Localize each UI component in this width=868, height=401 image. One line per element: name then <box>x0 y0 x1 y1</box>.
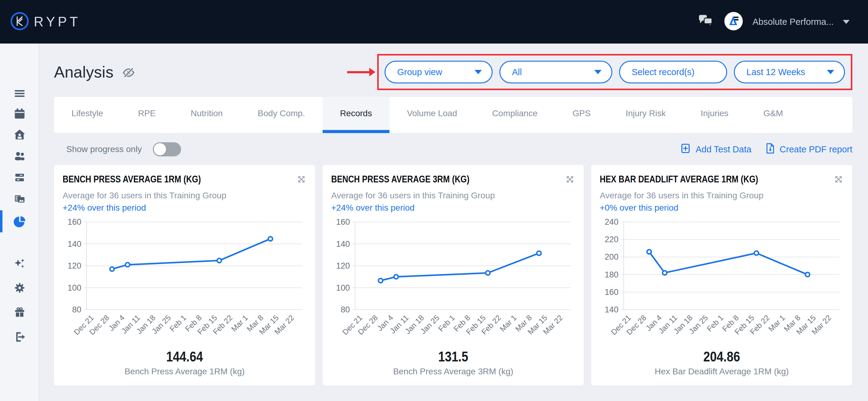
tab-nutrition[interactable]: Nutrition <box>173 97 240 133</box>
line-chart: 16014012010080Dec 21Dec 28Jan 4Jan 11Jan… <box>63 217 307 347</box>
chart-card-subtitle: Average for 36 users in this Training Gr… <box>331 191 575 201</box>
sidebar-item-calendar[interactable] <box>0 107 39 122</box>
tab-body-comp-[interactable]: Body Comp. <box>240 97 322 133</box>
sidebar-item-rewards[interactable] <box>0 306 39 320</box>
chart-card-subtitle: Average for 36 users in this Training Gr… <box>63 191 307 201</box>
sidebar-item-logout[interactable] <box>0 331 39 344</box>
period-select-value: Last 12 Weeks <box>746 67 805 77</box>
avatar[interactable] <box>724 11 743 32</box>
svg-text:120: 120 <box>67 261 81 270</box>
sidebar-item-media[interactable] <box>0 193 39 207</box>
add-test-data-button[interactable]: Add Test Data <box>680 143 751 156</box>
show-progress-toggle[interactable] <box>153 142 181 156</box>
tab-volume-load[interactable]: Volume Load <box>390 97 474 133</box>
users-icon <box>13 149 26 164</box>
chat-icon[interactable] <box>698 13 715 31</box>
chart-card: BENCH PRESS AVERAGE 3RM (KG) Average for… <box>322 165 584 386</box>
chart-card: BENCH PRESS AVERAGE 1RM (KG) Average for… <box>54 165 315 386</box>
line-chart-svg: 16014012010080Dec 21Dec 28Jan 4Jan 11Jan… <box>63 217 307 346</box>
chevron-down-icon <box>827 70 834 74</box>
svg-text:100: 100 <box>336 283 350 293</box>
tab-lifestyle[interactable]: Lifestyle <box>54 97 121 133</box>
svg-text:80: 80 <box>72 305 81 314</box>
svg-text:Feb 1: Feb 1 <box>705 313 725 333</box>
tab-bar: LifestyleRPENutritionBody Comp.RecordsVo… <box>54 97 852 133</box>
brand-logo[interactable]: RYPT <box>10 11 81 32</box>
svg-text:120: 120 <box>336 261 350 270</box>
chart-latest-label: Bench Press Average 1RM (kg) <box>63 367 307 376</box>
view-select-value: Group view <box>397 67 442 77</box>
sidebar-item-programs[interactable] <box>0 171 39 185</box>
create-pdf-report-button[interactable]: Create PDF report <box>765 143 852 156</box>
menu-icon <box>13 87 26 101</box>
chart-card-title: BENCH PRESS AVERAGE 3RM (KG) <box>331 173 470 185</box>
list-icon <box>13 171 26 185</box>
line-chart-svg: 16014012010080Dec 21Dec 28Jan 4Jan 11Jan… <box>331 217 575 346</box>
logout-icon <box>13 331 26 344</box>
line-chart: 16014012010080Dec 21Dec 28Jan 4Jan 11Jan… <box>331 217 575 347</box>
period-select[interactable]: Last 12 Weeks <box>734 61 845 83</box>
svg-text:80: 80 <box>341 305 350 314</box>
svg-text:160: 160 <box>604 288 618 297</box>
group-select[interactable]: All <box>499 61 612 83</box>
svg-text:200: 200 <box>604 252 618 262</box>
svg-text:Feb 1: Feb 1 <box>436 313 456 333</box>
svg-text:160: 160 <box>336 218 350 227</box>
chart-cards-row: BENCH PRESS AVERAGE 1RM (KG) Average for… <box>54 165 852 386</box>
line-chart-svg: 240220200180160140Dec 21Dec 28Jan 4Jan 1… <box>600 217 844 346</box>
sidebar-item-menu[interactable] <box>0 87 39 101</box>
create-pdf-report-label: Create PDF report <box>780 144 852 155</box>
chart-latest-value: 144.64 <box>63 348 307 365</box>
annotation-arrow <box>347 68 375 76</box>
tab-rpe[interactable]: RPE <box>121 97 174 133</box>
chart-card-change: +24% over this period <box>331 203 575 213</box>
records-select[interactable]: Select record(s) <box>619 61 727 83</box>
svg-text:140: 140 <box>336 239 350 248</box>
show-progress-label: Show progress only <box>66 144 142 154</box>
expand-icon[interactable] <box>833 174 844 186</box>
filters-annotation-box: Group view All Select record(s) Last 12 … <box>377 54 852 90</box>
eye-off-icon[interactable] <box>122 66 135 80</box>
account-name[interactable]: Absolute Performa... <box>753 17 834 27</box>
svg-text:Mar 1: Mar 1 <box>767 313 787 333</box>
chart-card-change: +0% over this period <box>600 203 844 213</box>
tab-injury-risk[interactable]: Injury Risk <box>608 97 683 133</box>
chevron-down-icon[interactable] <box>843 20 849 24</box>
tab-records[interactable]: Records <box>322 97 390 133</box>
line-chart: 240220200180160140Dec 21Dec 28Jan 4Jan 1… <box>600 217 844 347</box>
chart-card-subtitle: Average for 36 users in this Training Gr… <box>600 191 844 201</box>
sidebar-item-users[interactable] <box>0 149 39 164</box>
view-select[interactable]: Group view <box>384 61 493 83</box>
chart-card-title: BENCH PRESS AVERAGE 1RM (KG) <box>63 173 201 185</box>
pdf-file-icon <box>765 143 775 156</box>
gear-icon <box>13 281 26 296</box>
svg-text:240: 240 <box>604 218 618 227</box>
media-icon <box>13 193 26 207</box>
sparkles-icon <box>13 258 26 272</box>
chevron-down-icon <box>474 70 482 74</box>
krypt-logo-icon <box>10 11 29 32</box>
svg-text:100: 100 <box>67 283 81 293</box>
sidebar-item-analysis[interactable] <box>0 215 39 230</box>
tab-compliance[interactable]: Compliance <box>474 97 555 133</box>
sidebar-item-ai[interactable] <box>0 258 39 272</box>
tab-gps[interactable]: GPS <box>555 97 608 133</box>
plus-square-icon <box>680 143 691 156</box>
chevron-down-icon <box>594 70 601 74</box>
svg-text:160: 160 <box>67 218 81 227</box>
group-select-value: All <box>512 67 522 77</box>
records-select-placeholder: Select record(s) <box>632 67 694 77</box>
svg-text:220: 220 <box>604 235 618 244</box>
expand-icon[interactable] <box>565 174 575 186</box>
svg-text:Feb 1: Feb 1 <box>168 313 188 333</box>
tab-g-m[interactable]: G&M <box>746 97 801 133</box>
top-navbar: RYPT Abso <box>0 0 868 43</box>
sidebar-item-settings[interactable] <box>0 281 39 296</box>
expand-icon[interactable] <box>296 174 307 186</box>
svg-text:140: 140 <box>604 305 618 314</box>
sidebar-item-home[interactable] <box>0 128 39 142</box>
calendar-icon <box>13 107 26 122</box>
tab-injuries[interactable]: Injuries <box>683 97 746 133</box>
pie-chart-icon <box>13 215 26 230</box>
svg-text:180: 180 <box>604 270 618 279</box>
